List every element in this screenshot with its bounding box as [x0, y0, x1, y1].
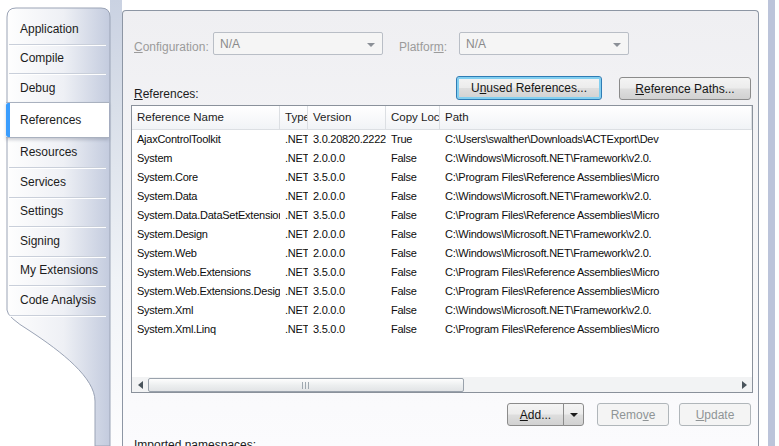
sidebar-tab-services[interactable]: Services [7, 167, 108, 197]
sidebar-tab-label: Resources [20, 145, 77, 159]
cell-type: .NET [280, 149, 308, 168]
table-row[interactable]: AjaxControlToolkit.NET3.0.20820.22220Tru… [132, 130, 752, 149]
cell-path: C:\Program Files\Reference Assemblies\Mi… [440, 320, 752, 339]
sidebar-tab-label: References [20, 113, 81, 127]
table-row[interactable]: System.Core.NET3.5.0.0FalseC:\Program Fi… [132, 168, 752, 187]
cell-reference-name: System.Xml.Linq [132, 320, 280, 339]
sidebar-tab-label: Signing [20, 234, 60, 248]
cell-path: C:\Program Files\Reference Assemblies\Mi… [440, 263, 752, 282]
sidebar-tab-compile[interactable]: Compile [7, 44, 108, 74]
cell-reference-name: AjaxControlToolkit [132, 130, 280, 149]
scroll-left-icon [138, 381, 143, 389]
configuration-value: N/A [220, 37, 240, 51]
cell-reference-name: System.Design [132, 225, 280, 244]
sidebar-tab-my-extensions[interactable]: My Extensions [7, 256, 108, 286]
cell-version: 3.5.0.0 [308, 168, 386, 187]
tab-divider [9, 315, 106, 316]
table-row[interactable]: System.NET2.0.0.0FalseC:\Windows\Microso… [132, 149, 752, 168]
configuration-dropdown[interactable]: N/A [213, 32, 383, 55]
sidebar-tab-label: Debug [20, 81, 55, 95]
table-header: Reference NameTypeVersionCopy LocalPath [132, 106, 752, 130]
cell-type: .NET [280, 130, 308, 149]
add-split-button: Add... [507, 403, 584, 426]
cell-type: .NET [280, 206, 308, 225]
sidebar-tab-application[interactable]: Application [7, 14, 108, 44]
cell-version: 3.5.0.0 [308, 282, 386, 301]
sidebar-tab-label: Services [20, 175, 66, 189]
platform-dropdown[interactable]: N/A [459, 32, 629, 55]
add-button[interactable]: Add... [507, 403, 564, 426]
scroll-right-icon [742, 381, 747, 389]
table-row[interactable]: System.Web.Extensions.Design.NET3.5.0.0F… [132, 282, 752, 301]
platform-label: Platform: [399, 40, 447, 54]
cell-reference-name: System.Data.DataSetExtensions [132, 206, 280, 225]
cell-reference-name: System.Xml [132, 301, 280, 320]
table-row[interactable]: System.Design.NET2.0.0.0FalseC:\Windows\… [132, 225, 752, 244]
update-button[interactable]: Update [679, 403, 751, 426]
reference-paths-button[interactable]: Reference Paths... [619, 77, 751, 100]
references-table: Reference NameTypeVersionCopy LocalPath … [131, 105, 753, 393]
column-header-path[interactable]: Path [440, 106, 752, 130]
sidebar-tab-label: Code Analysis [20, 293, 96, 307]
column-header-version[interactable]: Version [308, 106, 386, 130]
table-row[interactable]: System.Data.DataSetExtensions.NET3.5.0.0… [132, 206, 752, 225]
cell-copy-local: False [386, 149, 440, 168]
sidebar-tab-signing[interactable]: Signing [7, 226, 108, 256]
cell-type: .NET [280, 225, 308, 244]
column-header-reference-name[interactable]: Reference Name [132, 106, 280, 130]
cell-path: C:\Windows\Microsoft.NET\Framework\v2.0. [440, 225, 752, 244]
sidebar-tabs: ApplicationCompileDebugReferencesResourc… [0, 0, 115, 446]
horizontal-scrollbar [132, 377, 752, 393]
cell-copy-local: False [386, 282, 440, 301]
scroll-left-button[interactable] [132, 377, 148, 393]
references-label: References: [134, 87, 199, 101]
cell-version: 3.5.0.0 [308, 263, 386, 282]
sidebar-tab-resources[interactable]: Resources [7, 138, 108, 168]
column-header-type[interactable]: Type [280, 106, 308, 130]
cell-path: C:\Program Files\Reference Assemblies\Mi… [440, 206, 752, 225]
cell-version: 3.0.20820.22220 [308, 130, 386, 149]
table-row[interactable]: System.Xml.Linq.NET3.5.0.0FalseC:\Progra… [132, 320, 752, 339]
cell-version: 2.0.0.0 [308, 187, 386, 206]
table-row[interactable]: System.Web.NET2.0.0.0FalseC:\Windows\Mic… [132, 244, 752, 263]
cell-copy-local: False [386, 168, 440, 187]
project-properties-page: ApplicationCompileDebugReferencesResourc… [0, 0, 779, 446]
configuration-label: Configuration: [134, 40, 209, 54]
cell-type: .NET [280, 187, 308, 206]
sidebar-tab-debug[interactable]: Debug [7, 73, 108, 103]
cell-type: .NET [280, 282, 308, 301]
cell-version: 2.0.0.0 [308, 225, 386, 244]
properties-panel: Configuration: N/A Platform: N/A Referen… [122, 10, 759, 446]
unused-references-button[interactable]: Unused References... [456, 76, 602, 100]
scroll-thumb[interactable] [148, 378, 464, 392]
cell-type: .NET [280, 244, 308, 263]
cell-path: C:\Windows\Microsoft.NET\Framework\v2.0. [440, 301, 752, 320]
table-row[interactable]: System.Xml.NET2.0.0.0FalseC:\Windows\Mic… [132, 301, 752, 320]
right-edge-band [768, 0, 775, 446]
table-row[interactable]: System.Data.NET2.0.0.0FalseC:\Windows\Mi… [132, 187, 752, 206]
scroll-track[interactable] [148, 377, 736, 393]
sidebar-tab-label: Application [20, 22, 79, 36]
cell-reference-name: System [132, 149, 280, 168]
cell-version: 2.0.0.0 [308, 301, 386, 320]
dropdown-arrow-icon [570, 413, 578, 417]
remove-button[interactable]: Remove [597, 403, 669, 426]
add-dropdown-button[interactable] [563, 403, 584, 426]
cell-copy-local: False [386, 244, 440, 263]
sidebar-tab-settings[interactable]: Settings [7, 197, 108, 227]
scroll-right-button[interactable] [736, 377, 752, 393]
imported-namespaces-label: Imported namespaces: [134, 438, 256, 446]
cell-version: 3.5.0.0 [308, 206, 386, 225]
sidebar-tab-code-analysis[interactable]: Code Analysis [7, 285, 108, 315]
table-row[interactable]: System.Web.Extensions.NET3.5.0.0FalseC:\… [132, 263, 752, 282]
cell-copy-local: False [386, 301, 440, 320]
cell-copy-local: False [386, 206, 440, 225]
platform-value: N/A [466, 37, 486, 51]
column-header-copy-local[interactable]: Copy Local [386, 106, 440, 130]
cell-reference-name: System.Web.Extensions [132, 263, 280, 282]
sidebar-tab-references[interactable]: References [6, 102, 109, 138]
dropdown-arrow-icon [613, 43, 621, 47]
cell-copy-local: False [386, 320, 440, 339]
cell-type: .NET [280, 320, 308, 339]
cell-reference-name: System.Web.Extensions.Design [132, 282, 280, 301]
